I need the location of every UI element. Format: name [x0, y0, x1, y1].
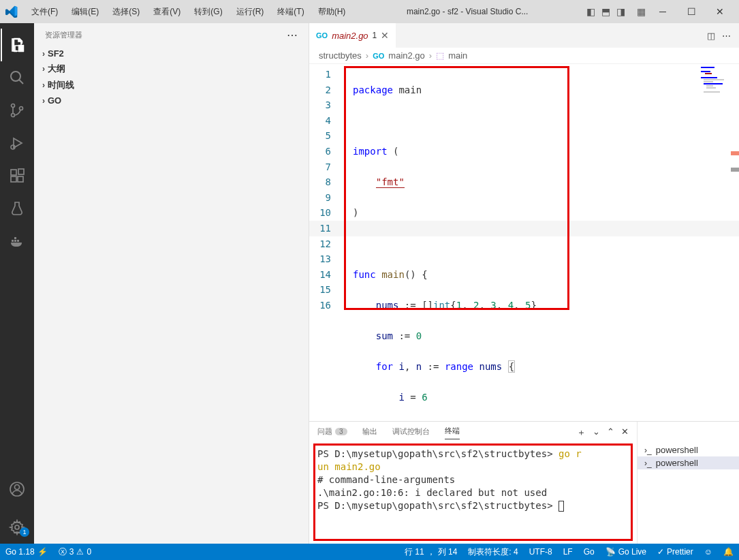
shell-item-powershell-2[interactable]: ›_powershell [638, 456, 739, 469]
terminal[interactable]: PS D:\mysetup\gopath\src\sf2\structbytes… [309, 444, 637, 544]
symbol-cube-icon: ⬚ [436, 50, 444, 61]
status-eol[interactable]: LF [558, 546, 578, 558]
editor-more-icon[interactable]: ⋯ [722, 31, 731, 41]
activity-testing-icon[interactable] [1, 192, 33, 225]
status-go-live[interactable]: 📡 Go Live [600, 546, 652, 558]
activity-explorer-icon[interactable] [1, 29, 33, 61]
terminal-cursor [559, 501, 564, 512]
menu-edit[interactable]: 编辑(E) [66, 3, 104, 20]
code-editor[interactable]: 12345678910111213141516 package main imp… [309, 64, 739, 421]
editor-area: GO main2.go 1 ✕ ◫ ⋯ structbytes › GO mai… [309, 23, 739, 544]
tab-close-icon[interactable]: ✕ [381, 30, 389, 41]
status-problems[interactable]: ⓧ 3 ⚠ 0 [53, 546, 97, 558]
layout-panel-icon[interactable]: ⬒ [599, 5, 612, 18]
sidebar-explorer: 资源管理器 ⋯ ›SF2 ›大纲 ›时间线 ›GO [34, 23, 309, 544]
activity-account-icon[interactable] [1, 473, 33, 505]
minimize-button[interactable]: ─ [649, 1, 676, 22]
svg-point-2 [12, 104, 15, 108]
minimap[interactable] [698, 64, 739, 421]
svg-point-16 [15, 525, 19, 529]
tab-main2[interactable]: GO main2.go 1 ✕ [309, 23, 396, 48]
window-title: main2.go - sf2 - Visual Studio C... [353, 7, 581, 16]
activity-extensions-icon[interactable] [1, 159, 33, 192]
layout-sidebar-right-icon[interactable]: ◨ [614, 5, 627, 18]
status-bar: Go 1.18 ⚡ ⓧ 3 ⚠ 0 行 11，列 14 制表符长度: 4 UTF… [0, 544, 739, 560]
svg-point-3 [12, 114, 15, 117]
panel-tab-output[interactable]: 输出 [362, 426, 377, 439]
svg-rect-13 [14, 237, 16, 239]
scroll-cursor-marker[interactable] [731, 168, 739, 172]
menu-terminal[interactable]: 终端(T) [272, 3, 309, 20]
breadcrumb-folder[interactable]: structbytes [319, 50, 362, 61]
menu-view[interactable]: 查看(V) [148, 3, 186, 20]
go-file-icon: GO [373, 52, 384, 60]
panel-tab-terminal[interactable]: 终端 [445, 426, 460, 439]
svg-line-1 [19, 80, 23, 84]
split-editor-icon[interactable]: ◫ [707, 31, 715, 41]
title-bar: 文件(F) 编辑(E) 选择(S) 查看(V) 转到(G) 运行(R) 终端(T… [0, 0, 739, 23]
tab-modified-indicator: 1 [373, 31, 377, 40]
vscode-logo-icon [5, 5, 18, 18]
go-file-icon: GO [316, 31, 328, 40]
panel: 问题3 输出 调试控制台 终端 ＋ ⌄ ⌃ ✕ PS D:\mysetup\go… [309, 421, 739, 544]
terminal-list: ›_powershell ›_powershell [637, 422, 739, 544]
status-feedback-icon[interactable]: ☺ [699, 546, 718, 558]
explorer-section-go[interactable]: ›GO [34, 93, 309, 108]
chevron-right-icon: › [42, 49, 45, 59]
menu-run[interactable]: 运行(R) [231, 3, 270, 20]
menu-help[interactable]: 帮助(H) [313, 3, 351, 20]
maximize-button[interactable]: ☐ [678, 1, 705, 22]
status-bell-icon[interactable]: 🔔 [718, 546, 739, 558]
sidebar-more-icon[interactable]: ⋯ [287, 29, 298, 42]
explorer-section-outline[interactable]: ›大纲 [34, 61, 309, 77]
panel-tab-problems[interactable]: 问题3 [317, 426, 347, 439]
activity-search-icon[interactable] [1, 61, 33, 94]
terminal-dropdown-icon[interactable]: ⌄ [593, 426, 600, 439]
svg-rect-12 [17, 240, 19, 242]
chevron-right-icon: › [42, 80, 45, 90]
menu-file[interactable]: 文件(F) [26, 3, 63, 20]
sidebar-title: 资源管理器 [45, 30, 82, 40]
svg-rect-7 [11, 176, 16, 182]
menu-selection[interactable]: 选择(S) [107, 3, 145, 20]
activity-settings-icon[interactable]: 1 [1, 511, 33, 544]
settings-badge: 1 [20, 527, 29, 537]
svg-rect-6 [11, 170, 16, 175]
close-panel-icon[interactable]: ✕ [621, 426, 629, 439]
status-indent[interactable]: 制表符长度: 4 [462, 546, 523, 558]
svg-rect-11 [14, 240, 16, 242]
status-go-version[interactable]: Go 1.18 ⚡ [0, 547, 53, 557]
sidebar-header: 资源管理器 ⋯ [34, 23, 309, 46]
layout-sidebar-left-icon[interactable]: ◧ [584, 5, 597, 18]
main-area: 1 资源管理器 ⋯ ›SF2 ›大纲 ›时间线 ›GO GO main2.go … [0, 23, 739, 544]
layout-customize-icon[interactable]: ▦ [634, 5, 648, 18]
activity-docker-icon[interactable] [1, 225, 33, 258]
activity-debug-icon[interactable] [1, 127, 33, 159]
explorer-section-sf2[interactable]: ›SF2 [34, 46, 309, 61]
panel-tabs: 问题3 输出 调试控制台 终端 ＋ ⌄ ⌃ ✕ [309, 422, 637, 444]
shell-item-powershell-1[interactable]: ›_powershell [638, 444, 739, 456]
close-button[interactable]: ✕ [706, 1, 734, 22]
activity-bar: 1 [0, 23, 34, 544]
menu-go[interactable]: 转到(G) [189, 3, 227, 20]
status-encoding[interactable]: UTF-8 [524, 546, 558, 558]
svg-point-0 [11, 72, 20, 81]
problems-count: 3 [335, 428, 347, 435]
tab-label: main2.go [332, 31, 368, 41]
status-cursor-pos[interactable]: 行 11，列 14 [399, 546, 462, 558]
breadcrumb-file[interactable]: main2.go [388, 50, 424, 61]
code-content[interactable]: package main import ( "fmt" ) func main(… [353, 67, 537, 421]
terminal-icon: ›_ [644, 458, 652, 468]
panel-tab-debug[interactable]: 调试控制台 [392, 426, 430, 439]
maximize-panel-icon[interactable]: ⌃ [607, 426, 614, 439]
svg-point-15 [15, 485, 20, 490]
breadcrumb[interactable]: structbytes › GO main2.go › ⬚ main [309, 48, 739, 64]
new-terminal-icon[interactable]: ＋ [577, 426, 586, 439]
explorer-section-timeline[interactable]: ›时间线 [34, 77, 309, 93]
activity-scm-icon[interactable] [1, 94, 33, 127]
svg-rect-8 [18, 176, 23, 182]
breadcrumb-symbol[interactable]: main [448, 50, 467, 61]
status-language[interactable]: Go [578, 546, 600, 558]
scroll-error-marker[interactable] [731, 151, 739, 155]
status-prettier[interactable]: ✓ Prettier [652, 546, 699, 558]
